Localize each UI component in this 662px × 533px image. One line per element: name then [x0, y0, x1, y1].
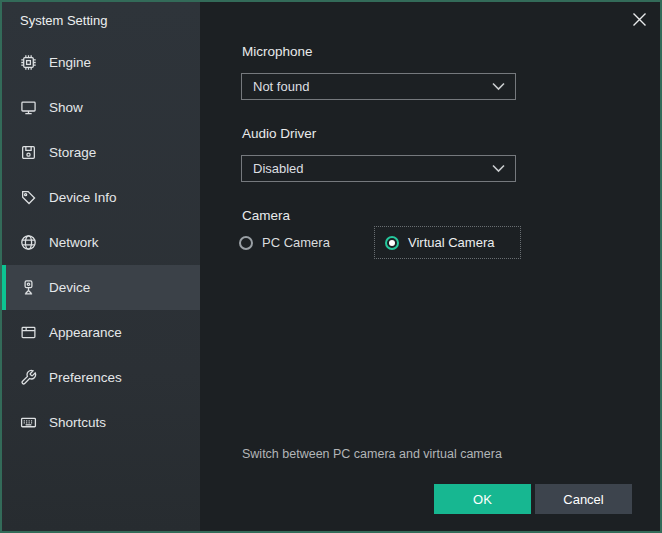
sidebar-item-label: Shortcuts [49, 415, 106, 430]
sidebar-item-label: Engine [49, 55, 91, 70]
sidebar-item-label: Appearance [49, 325, 122, 340]
window-title: System Setting [2, 2, 200, 40]
monitor-icon [20, 99, 37, 116]
sidebar-item-show[interactable]: Show [2, 85, 200, 130]
keyboard-icon [20, 414, 37, 431]
virtual-camera-label: Virtual Camera [408, 235, 494, 250]
camera-options: PC Camera Virtual Camera [200, 226, 660, 259]
window-icon [20, 324, 37, 341]
sidebar-item-label: Preferences [49, 370, 122, 385]
sidebar-item-label: Device Info [49, 190, 117, 205]
microphone-value: Not found [253, 79, 309, 94]
chevron-down-icon [492, 82, 505, 91]
wrench-icon [20, 369, 37, 386]
sidebar-item-label: Storage [49, 145, 96, 160]
sidebar-item-label: Network [49, 235, 99, 250]
sidebar-item-appearance[interactable]: Appearance [2, 310, 200, 355]
audio-driver-value: Disabled [253, 161, 304, 176]
sidebar-item-device-info[interactable]: Device Info [2, 175, 200, 220]
sidebar-item-network[interactable]: Network [2, 220, 200, 265]
camera-label: Camera [242, 208, 290, 223]
audio-driver-dropdown[interactable]: Disabled [241, 155, 516, 182]
microphone-icon [20, 279, 37, 296]
cpu-icon [20, 54, 37, 71]
close-icon [632, 12, 647, 27]
sidebar-item-label: Show [49, 100, 83, 115]
sidebar: System Setting Engine Show [2, 2, 200, 531]
system-setting-window: System Setting Engine Show [0, 0, 662, 533]
radio-checked-icon [385, 236, 399, 250]
microphone-dropdown[interactable]: Not found [241, 73, 516, 100]
sidebar-item-engine[interactable]: Engine [2, 40, 200, 85]
sidebar-item-device[interactable]: Device [2, 265, 200, 310]
hint-text: Switch between PC camera and virtual cam… [242, 447, 502, 461]
sidebar-item-shortcuts[interactable]: Shortcuts [2, 400, 200, 445]
radio-unchecked-icon [239, 236, 253, 250]
ok-button[interactable]: OK [434, 484, 531, 514]
microphone-label: Microphone [242, 44, 313, 59]
sidebar-item-storage[interactable]: Storage [2, 130, 200, 175]
device-settings-panel: Microphone Not found Audio Driver Disabl… [200, 2, 660, 531]
floppy-icon [20, 144, 37, 161]
pc-camera-label: PC Camera [262, 235, 330, 250]
tag-icon [20, 189, 37, 206]
chevron-down-icon [492, 164, 505, 173]
pc-camera-radio[interactable]: PC Camera [239, 226, 330, 259]
globe-icon [20, 234, 37, 251]
audio-driver-label: Audio Driver [242, 126, 316, 141]
sidebar-item-preferences[interactable]: Preferences [2, 355, 200, 400]
virtual-camera-radio[interactable]: Virtual Camera [374, 226, 521, 259]
cancel-button[interactable]: Cancel [535, 484, 632, 514]
close-button[interactable] [628, 8, 650, 30]
sidebar-item-label: Device [49, 280, 90, 295]
